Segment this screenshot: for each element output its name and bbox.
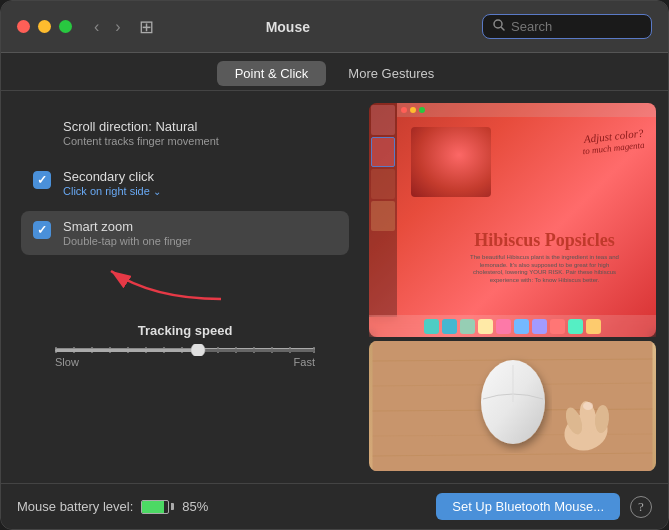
smart-zoom-text: Smart zoom Double-tap with one finger — [63, 219, 191, 247]
slide-content: Adjust color? to much magenta Hibiscus P… — [405, 121, 652, 315]
preview-bottom — [369, 341, 656, 471]
dock-bar — [369, 315, 656, 337]
battery-tip — [171, 503, 174, 510]
left-panel: Scroll direction: Natural Content tracks… — [1, 91, 369, 483]
svg-point-33 — [583, 402, 593, 410]
battery-body — [141, 500, 169, 514]
close-button[interactable] — [17, 20, 30, 33]
tracking-label: Tracking speed — [138, 323, 233, 338]
main-window: ‹ › ⊞ Mouse Point & Click More Gestures — [0, 0, 669, 530]
arrow-annotation — [81, 261, 349, 301]
battery-icon — [141, 500, 174, 514]
tab-point-click[interactable]: Point & Click — [217, 61, 327, 86]
magic-mouse-svg — [468, 347, 558, 462]
right-panel: Adjust color? to much magenta Hibiscus P… — [369, 91, 668, 483]
macwindow-bar — [397, 103, 656, 117]
thumb-3 — [371, 169, 395, 199]
content: Scroll direction: Natural Content tracks… — [1, 91, 668, 483]
dock-icon-2 — [442, 319, 457, 334]
smart-zoom-checkbox[interactable] — [33, 221, 51, 239]
setting-smart-zoom: Smart zoom Double-tap with one finger — [21, 211, 349, 255]
slider-ticks — [55, 344, 315, 356]
watermelon-bg — [411, 127, 491, 197]
mini-max — [419, 107, 425, 113]
dock-icon-10 — [586, 319, 601, 334]
battery-section: Mouse battery level: 85% — [17, 499, 436, 514]
slow-label: Slow — [55, 356, 79, 368]
bluetooth-button[interactable]: Set Up Bluetooth Mouse... — [436, 493, 620, 520]
minimize-button[interactable] — [38, 20, 51, 33]
hand-icon — [556, 397, 626, 461]
preview-image-top: Adjust color? to much magenta Hibiscus P… — [369, 103, 656, 337]
arrow-icon — [81, 261, 241, 305]
dock-icon-5 — [496, 319, 511, 334]
dock-icon-6 — [514, 319, 529, 334]
battery-percentage: 85% — [182, 499, 208, 514]
svg-point-0 — [494, 20, 502, 28]
smart-zoom-sub: Double-tap with one finger — [63, 235, 191, 247]
setting-secondary-click: Secondary click Click on right side ⌄ — [21, 161, 349, 205]
fast-label: Fast — [294, 356, 315, 368]
slider-container: Slow Fast — [33, 348, 337, 368]
preview-top: Adjust color? to much magenta Hibiscus P… — [369, 103, 656, 337]
finger-svg — [556, 397, 626, 457]
secondary-click-dropdown[interactable]: Click on right side — [63, 185, 150, 197]
mini-min — [410, 107, 416, 113]
dock-icon-1 — [424, 319, 439, 334]
mini-close — [401, 107, 407, 113]
maximize-button[interactable] — [59, 20, 72, 33]
svg-line-1 — [502, 28, 505, 31]
battery-label: Mouse battery level: — [17, 499, 133, 514]
dropdown-chevron: ⌄ — [153, 186, 161, 197]
battery-fill — [142, 501, 164, 513]
secondary-click-checkbox[interactable] — [33, 171, 51, 189]
hibiscus-title: Hibiscus Popsicles — [441, 230, 648, 251]
tab-more-gestures[interactable]: More Gestures — [330, 61, 452, 86]
secondary-click-text: Secondary click Click on right side ⌄ — [63, 169, 161, 197]
thumb-1 — [371, 105, 395, 135]
tracking-slider[interactable] — [55, 348, 315, 352]
secondary-click-sub: Click on right side ⌄ — [63, 185, 161, 197]
help-button[interactable]: ? — [630, 496, 652, 518]
dock-icon-4 — [478, 319, 493, 334]
mouse-surface — [369, 341, 656, 471]
adjust-text: Adjust color? to much magenta — [581, 126, 645, 158]
smart-zoom-label: Smart zoom — [63, 219, 191, 234]
dock-icon-9 — [568, 319, 583, 334]
thumb-4 — [371, 201, 395, 231]
bottom-right: Set Up Bluetooth Mouse... ? — [436, 493, 652, 520]
thumb-2-active — [371, 137, 395, 167]
tracking-section: Tracking speed — [21, 323, 349, 368]
titlebar: ‹ › ⊞ Mouse — [1, 1, 668, 53]
search-icon — [493, 19, 505, 34]
scroll-sub: Content tracks finger movement — [63, 135, 219, 147]
search-bar[interactable] — [482, 14, 652, 39]
dock-icon-3 — [460, 319, 475, 334]
hibiscus-content: Hibiscus Popsicles The beautiful Hibiscu… — [441, 230, 648, 285]
magic-mouse-group — [468, 347, 558, 466]
dock-icon-7 — [532, 319, 547, 334]
setting-scroll-direction: Scroll direction: Natural Content tracks… — [21, 111, 349, 155]
svg-rect-19 — [55, 349, 198, 352]
tabs-bar: Point & Click More Gestures — [1, 53, 668, 91]
scroll-label: Scroll direction: Natural — [63, 119, 219, 134]
bottom-bar: Mouse battery level: 85% Set Up Bluetoot… — [1, 483, 668, 529]
window-title: Mouse — [94, 19, 482, 35]
traffic-lights — [17, 20, 72, 33]
svg-point-20 — [191, 344, 205, 356]
hibiscus-sub: The beautiful Hibiscus plant is the ingr… — [465, 254, 625, 285]
scroll-setting-text: Scroll direction: Natural Content tracks… — [63, 119, 219, 147]
dock-icon-8 — [550, 319, 565, 334]
secondary-click-label: Secondary click — [63, 169, 161, 184]
slider-labels: Slow Fast — [55, 356, 315, 368]
preview-sidebar — [369, 103, 397, 317]
search-input[interactable] — [511, 19, 641, 34]
scroll-checkbox-placeholder — [33, 121, 51, 139]
